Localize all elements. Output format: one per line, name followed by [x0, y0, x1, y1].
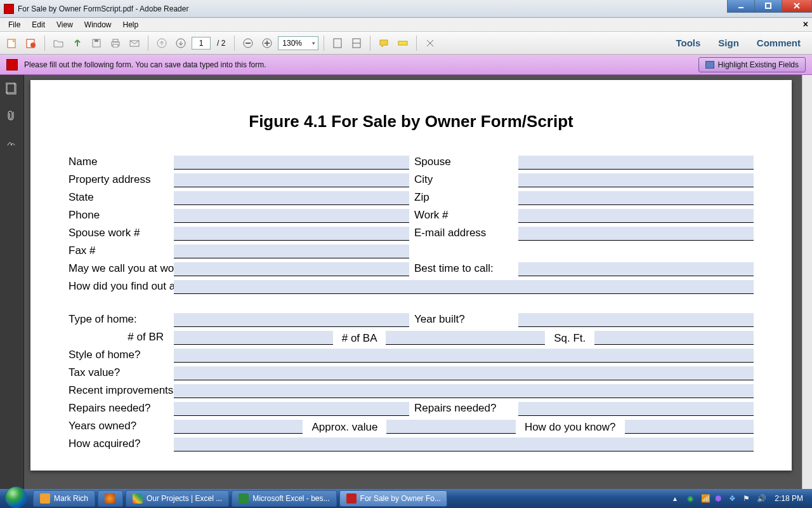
- field-zip[interactable]: [518, 191, 754, 205]
- tray-chevron-icon[interactable]: ▴: [673, 494, 682, 503]
- read-mode-icon[interactable]: [422, 35, 438, 51]
- page-down-icon[interactable]: [173, 35, 189, 51]
- field-year-built[interactable]: [518, 313, 754, 327]
- menu-file[interactable]: File: [3, 18, 26, 31]
- open-icon[interactable]: [50, 35, 67, 51]
- attachments-icon[interactable]: [4, 108, 20, 123]
- tray-app-icon[interactable]: ⬢: [715, 494, 724, 503]
- field-phone[interactable]: [174, 209, 409, 223]
- taskbar-clock[interactable]: 2:18 PM: [771, 494, 807, 503]
- email-icon[interactable]: [126, 35, 143, 51]
- document-viewport[interactable]: Figure 4.1 For Sale by Owner Form/Script…: [24, 75, 802, 489]
- print-icon[interactable]: [107, 35, 124, 51]
- field-repairs-needed-2[interactable]: [518, 402, 754, 416]
- field-may-we-call[interactable]: [174, 262, 409, 276]
- tray-app-icon[interactable]: ❖: [729, 494, 738, 503]
- taskbar-item-firefox[interactable]: [98, 490, 123, 507]
- field-tax-value[interactable]: [174, 366, 754, 380]
- label-style: Style of home?: [69, 349, 170, 363]
- start-button[interactable]: [0, 489, 32, 508]
- field-best-time[interactable]: [518, 262, 754, 276]
- svg-point-6: [30, 43, 36, 48]
- maximize-button[interactable]: [754, 0, 782, 13]
- field-years-owned[interactable]: [174, 420, 303, 434]
- fit-width-icon[interactable]: [348, 35, 365, 51]
- page-up-icon[interactable]: [154, 35, 170, 51]
- menu-window[interactable]: Window: [79, 18, 117, 31]
- minimize-button[interactable]: [727, 0, 755, 13]
- zoom-in-icon[interactable]: [259, 35, 275, 51]
- export-pdf-icon[interactable]: [4, 35, 20, 51]
- svg-rect-23: [398, 41, 407, 45]
- menu-edit[interactable]: Edit: [26, 18, 51, 31]
- label-work-no: Work #: [413, 209, 514, 223]
- field-type-home[interactable]: [174, 313, 409, 327]
- share-icon[interactable]: [69, 35, 86, 51]
- comment-icon[interactable]: [376, 35, 392, 51]
- field-how-acquired[interactable]: [174, 438, 754, 451]
- field-state[interactable]: [174, 191, 409, 205]
- field-style[interactable]: [174, 349, 754, 363]
- toolbar: / 2 130% Tools Sign Comment: [0, 32, 812, 55]
- taskbar-item-label: For Sale by Owner Fo...: [360, 494, 441, 503]
- taskbar-item-label: Our Projects | Excel ...: [147, 494, 222, 503]
- field-sqft[interactable]: [594, 331, 754, 345]
- fit-page-icon[interactable]: [329, 35, 346, 51]
- taskbar-item-active[interactable]: For Sale by Owner Fo...: [339, 490, 447, 507]
- label-name: Name: [69, 156, 170, 170]
- vertical-scrollbar[interactable]: [802, 75, 812, 489]
- field-num-ba[interactable]: [386, 331, 545, 345]
- sign-panel-button[interactable]: Sign: [710, 35, 747, 51]
- field-work-no[interactable]: [518, 209, 754, 223]
- label-recent-improve: Recent improvements?: [69, 384, 170, 398]
- adobe-reader-icon: [346, 493, 357, 504]
- close-button[interactable]: [782, 0, 812, 13]
- firefox-icon: [105, 493, 115, 504]
- create-pdf-icon[interactable]: [23, 35, 39, 51]
- taskbar-item[interactable]: Microsoft Excel - bes...: [232, 490, 336, 507]
- folder-icon: [40, 493, 50, 504]
- toolbar-separator: [370, 36, 370, 51]
- svg-rect-20: [334, 39, 341, 48]
- label-spouse-work-no: Spouse work #: [69, 227, 170, 241]
- page-number-input[interactable]: [192, 37, 211, 50]
- label-zip: Zip: [413, 191, 514, 205]
- field-how-know[interactable]: [625, 420, 754, 434]
- tools-panel-button[interactable]: Tools: [668, 35, 708, 51]
- tray-antivirus-icon[interactable]: ◉: [687, 494, 696, 503]
- taskbar-item[interactable]: Our Projects | Excel ...: [126, 490, 229, 507]
- label-type-home: Type of home:: [69, 313, 170, 327]
- close-document-button[interactable]: ×: [803, 19, 808, 29]
- field-spouse[interactable]: [518, 156, 754, 170]
- menubar: File Edit View Window Help ×: [0, 18, 812, 32]
- label-years-owned: Years owned?: [69, 420, 170, 434]
- highlight-icon[interactable]: [395, 35, 411, 51]
- tray-volume-icon[interactable]: 🔊: [757, 494, 766, 503]
- field-recent-improve[interactable]: [174, 384, 754, 398]
- field-email[interactable]: [518, 227, 754, 241]
- menu-view[interactable]: View: [51, 18, 79, 31]
- field-num-br[interactable]: [174, 331, 333, 345]
- save-icon[interactable]: [88, 35, 105, 51]
- taskbar-item-label: Mark Rich: [54, 494, 88, 503]
- comment-panel-button[interactable]: Comment: [749, 35, 808, 51]
- zoom-out-icon[interactable]: [240, 35, 256, 51]
- field-spouse-work-no[interactable]: [174, 227, 409, 241]
- menu-help[interactable]: Help: [117, 18, 145, 31]
- label-sqft: Sq. Ft.: [549, 332, 591, 345]
- tray-network-icon[interactable]: 📶: [701, 494, 710, 503]
- field-repairs-needed[interactable]: [174, 402, 409, 416]
- field-approx-value[interactable]: [386, 420, 515, 434]
- zoom-select[interactable]: 130%: [278, 36, 318, 50]
- field-how-find[interactable]: [174, 280, 754, 294]
- signatures-icon[interactable]: [4, 135, 20, 150]
- field-city[interactable]: [518, 173, 754, 187]
- field-name[interactable]: [174, 156, 409, 170]
- tray-flag-icon[interactable]: ⚑: [743, 494, 752, 503]
- label-city: City: [413, 173, 514, 187]
- taskbar-item[interactable]: Mark Rich: [33, 490, 95, 507]
- field-fax[interactable]: [174, 244, 409, 258]
- thumbnails-icon[interactable]: [4, 81, 20, 97]
- highlight-fields-button[interactable]: Highlight Existing Fields: [698, 57, 806, 72]
- field-property-address[interactable]: [174, 173, 409, 187]
